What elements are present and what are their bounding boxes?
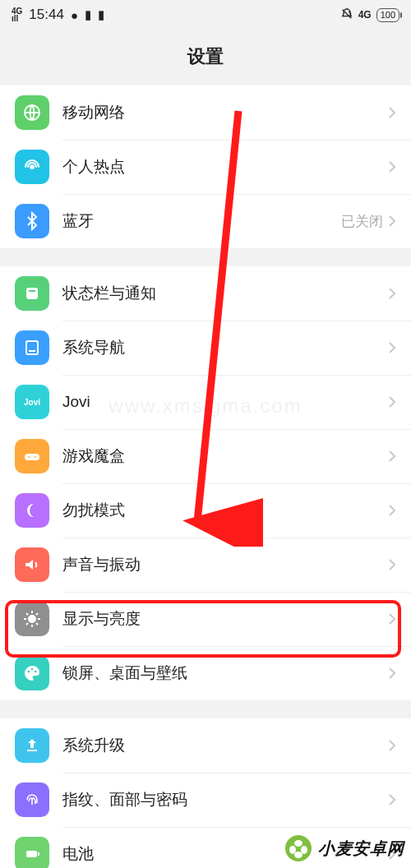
row-system-update[interactable]: 系统升级 <box>0 718 411 773</box>
chevron-right-icon <box>388 504 396 517</box>
row-label: 游戏魔盒 <box>62 446 388 467</box>
chevron-right-icon <box>388 215 396 228</box>
svg-point-2 <box>30 165 34 169</box>
svg-rect-17 <box>38 852 39 856</box>
mute-icon <box>340 7 353 23</box>
signal-4g-icon: 4Gıll <box>12 7 22 22</box>
game-icon <box>15 439 49 473</box>
row-dnd[interactable]: 勿扰模式 <box>0 483 411 538</box>
brand-logo-icon <box>284 833 313 863</box>
hotspot-icon <box>15 150 49 184</box>
settings-group-1: 状态栏与通知 系统导航 Jovi Jovi 游戏魔盒 <box>0 266 411 700</box>
svg-point-14 <box>35 671 37 673</box>
chevron-right-icon <box>388 160 396 173</box>
chevron-right-icon <box>388 341 396 354</box>
chevron-right-icon <box>388 558 396 571</box>
svg-text:Jovi: Jovi <box>24 398 40 407</box>
row-system-nav[interactable]: 系统导航 <box>0 321 411 375</box>
row-label: 状态栏与通知 <box>62 283 388 304</box>
row-display[interactable]: 显示与亮度 <box>0 592 411 646</box>
status-right: 4G 100 <box>340 7 399 23</box>
chevron-right-icon <box>388 612 396 626</box>
globe-icon <box>15 95 49 130</box>
row-label: 锁屏、桌面与壁纸 <box>62 663 388 684</box>
card-status-icon: ▮ <box>98 7 104 22</box>
sim-icon: ▮ <box>85 7 91 22</box>
chevron-right-icon <box>388 287 396 300</box>
row-label: 显示与亮度 <box>62 608 388 630</box>
chevron-right-icon <box>388 667 396 680</box>
row-label: 系统导航 <box>62 337 388 358</box>
row-jovi[interactable]: Jovi Jovi <box>0 375 411 429</box>
jovi-icon: Jovi <box>15 385 49 419</box>
svg-point-22 <box>301 846 307 854</box>
sound-icon <box>15 547 49 582</box>
svg-point-23 <box>294 852 302 858</box>
row-biometrics[interactable]: 指纹、面部与密码 <box>0 773 411 827</box>
svg-point-12 <box>28 671 30 673</box>
chevron-right-icon <box>388 106 396 119</box>
svg-point-20 <box>294 840 302 847</box>
row-label: 移动网络 <box>62 102 388 123</box>
chevron-right-icon <box>388 450 396 463</box>
chevron-right-icon <box>388 739 396 752</box>
svg-rect-15 <box>27 750 37 751</box>
chevron-right-icon <box>388 793 396 806</box>
row-wallpaper[interactable]: 锁屏、桌面与壁纸 <box>0 646 411 700</box>
battery-indicator: 100 <box>376 8 399 22</box>
brand-footer: 小麦安卓网 <box>284 833 404 863</box>
update-icon <box>15 728 49 763</box>
page-title: 设置 <box>0 30 411 85</box>
row-label: 指纹、面部与密码 <box>62 789 388 810</box>
palette-icon <box>15 656 49 690</box>
row-label: 系统升级 <box>62 735 388 756</box>
settings-group-0: 移动网络 个人热点 蓝牙 已关闭 <box>0 85 411 248</box>
bluetooth-icon <box>15 204 49 238</box>
row-label: 声音与振动 <box>62 554 388 575</box>
battery-icon <box>15 837 49 868</box>
row-label: 蓝牙 <box>62 210 341 232</box>
row-hotspot[interactable]: 个人热点 <box>0 140 411 194</box>
signal-bars-icon: ıll <box>12 15 22 22</box>
row-label: 个人热点 <box>62 156 388 178</box>
svg-point-10 <box>35 456 36 458</box>
svg-point-13 <box>31 668 34 671</box>
svg-rect-3 <box>26 288 38 299</box>
status-time: 15:44 <box>29 7 64 23</box>
svg-rect-8 <box>25 454 39 460</box>
status-left: 4Gıll 15:44 ● ▮ ▮ <box>12 7 104 23</box>
status-bar: 4Gıll 15:44 ● ▮ ▮ 4G 100 <box>0 0 411 30</box>
row-label: Jovi <box>62 393 388 411</box>
row-label: 勿扰模式 <box>62 500 388 521</box>
svg-rect-16 <box>26 851 37 857</box>
chevron-right-icon <box>388 395 396 409</box>
svg-rect-4 <box>29 290 35 292</box>
nav-icon <box>15 330 49 365</box>
row-mobile-network[interactable]: 移动网络 <box>0 85 411 140</box>
row-game-box[interactable]: 游戏魔盒 <box>0 429 411 483</box>
svg-rect-5 <box>26 341 38 354</box>
row-value: 已关闭 <box>341 212 383 231</box>
row-sound[interactable]: 声音与振动 <box>0 538 411 592</box>
brightness-icon <box>15 602 49 636</box>
fingerprint-icon <box>15 783 49 817</box>
moon-icon <box>15 493 49 528</box>
row-bluetooth[interactable]: 蓝牙 已关闭 <box>0 194 411 248</box>
card-icon <box>15 276 49 311</box>
row-statusbar-notify[interactable]: 状态栏与通知 <box>0 266 411 321</box>
svg-point-11 <box>29 616 35 622</box>
chat-icon: ● <box>71 8 78 22</box>
brand-text: 小麦安卓网 <box>318 838 404 860</box>
svg-rect-6 <box>29 350 35 352</box>
svg-point-9 <box>28 456 30 458</box>
svg-point-21 <box>289 846 296 854</box>
net-4g-right: 4G <box>358 9 372 21</box>
